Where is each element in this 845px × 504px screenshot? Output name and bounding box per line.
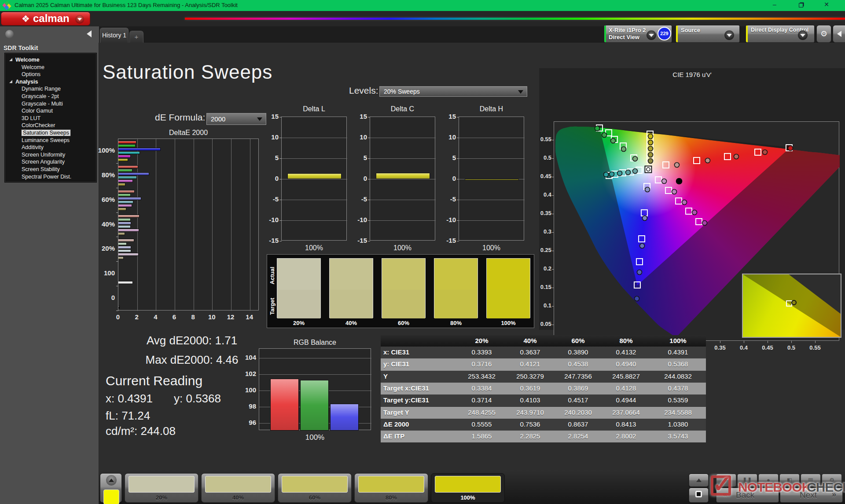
tree-section-analysis[interactable]: Analysis bbox=[15, 79, 38, 85]
y-group-label: 40% bbox=[91, 220, 115, 228]
tree-item-colorchecker[interactable]: ColorChecker bbox=[22, 122, 55, 128]
patch-button-40%[interactable]: 40% bbox=[201, 473, 275, 503]
tree-item-luminance-sweeps[interactable]: Luminance Sweeps bbox=[22, 137, 70, 143]
collapse-sidebar-icon[interactable] bbox=[87, 30, 92, 37]
meter-control[interactable]: X-Rite i1Pro 2 Direct View 229 bbox=[604, 25, 672, 43]
tree-item-spectral-power-dist-[interactable]: Spectral Power Dist. bbox=[22, 174, 71, 180]
levels-value: 20% Sweeps bbox=[384, 88, 420, 95]
display-dropdown-icon[interactable] bbox=[798, 30, 808, 40]
bar-green bbox=[118, 194, 131, 197]
x-tick-label: 0.55 bbox=[807, 344, 823, 351]
tree-expander-icon[interactable] bbox=[9, 58, 12, 61]
bar-magenta bbox=[118, 253, 139, 256]
patch-button-80%[interactable]: 80% bbox=[354, 473, 428, 503]
cie-measure-cyan bbox=[626, 170, 631, 175]
table-cell: 0.5555 bbox=[458, 420, 506, 428]
meter-count-badge[interactable]: 229 bbox=[658, 27, 671, 40]
collapse-panel-button[interactable] bbox=[833, 25, 845, 43]
bar-cyan bbox=[118, 151, 140, 154]
table-row-label: ΔE ITP bbox=[383, 432, 404, 440]
table-row-label: x: CIE31 bbox=[383, 348, 409, 356]
meter-mode: Direct View bbox=[609, 34, 639, 40]
gear-icon: ⚙ bbox=[820, 29, 827, 38]
table-cell: 2.2825 bbox=[506, 432, 554, 440]
levels-dropdown[interactable]: 20% Sweeps bbox=[379, 86, 527, 97]
meter-name: X-Rite i1Pro 2 bbox=[609, 27, 646, 33]
gridline bbox=[282, 138, 347, 138]
bar-magenta bbox=[118, 155, 131, 158]
tree-item-screen-stability[interactable]: Screen Stability bbox=[22, 166, 60, 172]
swatch-target bbox=[382, 290, 425, 318]
table-cell: 0.4517 bbox=[554, 396, 602, 404]
tree-item-additivity[interactable]: Additivity bbox=[22, 144, 44, 150]
tree-item-welcome[interactable]: Welcome bbox=[22, 64, 44, 70]
y-tick-label: 10 bbox=[351, 133, 367, 141]
source-dropdown-icon[interactable] bbox=[724, 30, 734, 40]
table-cell: 247.7356 bbox=[554, 373, 602, 380]
y-tick-label: 102 bbox=[241, 370, 256, 377]
bar-yellow bbox=[118, 256, 124, 259]
tree-section-welcome[interactable]: Welcome bbox=[15, 57, 40, 63]
tree-item-screen-angularity[interactable]: Screen Angularity bbox=[22, 159, 65, 165]
y-tick bbox=[368, 241, 370, 241]
settings-button[interactable]: ⚙ bbox=[816, 25, 831, 43]
transport-up-button[interactable] bbox=[689, 474, 709, 487]
swatch-actual bbox=[277, 259, 320, 290]
tree-item-color-gamut[interactable]: Color Gamut bbox=[22, 108, 53, 114]
cie-inset-zoom bbox=[742, 274, 841, 338]
gridline bbox=[156, 139, 156, 311]
de-formula-dropdown[interactable]: 2000 bbox=[206, 113, 266, 125]
tree-item-grayscale-multi[interactable]: Grayscale - Multi bbox=[22, 101, 63, 107]
tree-item-dynamic-range[interactable]: Dynamic Range bbox=[22, 86, 61, 92]
y-tick-label: 10 bbox=[263, 133, 279, 141]
table-header-cell: 80% bbox=[602, 337, 650, 344]
display-control[interactable]: Direct Display Control bbox=[746, 25, 815, 43]
tree-item-grayscale-2pt[interactable]: Grayscale - 2pt bbox=[22, 93, 59, 99]
table-header-cell: 100% bbox=[650, 337, 706, 344]
y-tick bbox=[457, 117, 459, 117]
cie-measure-green bbox=[633, 157, 638, 161]
patch-button-60%[interactable]: 60% bbox=[278, 473, 352, 503]
chart-plot-area bbox=[259, 348, 371, 430]
calman-menu-button[interactable]: ❖ calman bbox=[1, 12, 90, 26]
tree-item-options[interactable]: Options bbox=[22, 71, 40, 77]
cie-measure-blue bbox=[640, 243, 645, 248]
patch-button-20%[interactable]: 20% bbox=[125, 473, 198, 503]
tree-item-saturation-sweeps[interactable]: Saturation Sweeps bbox=[22, 130, 70, 136]
table-row-label: Target Y bbox=[383, 409, 409, 416]
de-formula-dropdown-arrow-icon bbox=[257, 117, 262, 121]
cie-measure-red bbox=[674, 163, 679, 168]
tree-item-3d-lut[interactable]: 3D LUT bbox=[22, 115, 40, 121]
y-tick-label: 0.25 bbox=[539, 247, 551, 253]
gridline bbox=[137, 139, 138, 311]
source-control[interactable]: Source bbox=[676, 25, 740, 43]
cie-measure-cyan bbox=[633, 168, 638, 173]
chart-title: DeltaE 2000 bbox=[118, 129, 259, 137]
table-cell: 3.5743 bbox=[650, 432, 706, 440]
tree-item-screen-uniformity[interactable]: Screen Uniformity bbox=[22, 152, 65, 158]
patch-button-100%[interactable]: 100% bbox=[431, 473, 505, 503]
tree-expander-icon[interactable] bbox=[9, 80, 12, 83]
tab-history[interactable]: History 1 bbox=[100, 28, 129, 43]
gridline bbox=[231, 139, 231, 311]
table-cell: 0.4132 bbox=[602, 348, 650, 356]
y-tick bbox=[552, 232, 554, 233]
de-formula-label: dE Formula: bbox=[155, 112, 205, 123]
y-tick bbox=[552, 177, 554, 177]
y-tick-label: 5 bbox=[263, 154, 279, 161]
cie-target-blue bbox=[636, 259, 643, 265]
workspace-options-icon[interactable] bbox=[5, 30, 14, 38]
gridline bbox=[459, 138, 525, 138]
close-button[interactable]: ✕ bbox=[818, 1, 835, 10]
stop-button[interactable] bbox=[689, 488, 709, 503]
y-tick bbox=[552, 214, 554, 214]
tab-add-button[interactable]: + bbox=[129, 31, 143, 43]
y-tick bbox=[552, 140, 554, 140]
bar-red bbox=[118, 239, 134, 242]
y-tick-label: 15 bbox=[440, 113, 456, 120]
meter-dropdown-icon[interactable] bbox=[647, 30, 656, 40]
restore-button[interactable] bbox=[792, 1, 810, 10]
minimize-button[interactable]: – bbox=[766, 1, 783, 10]
y-tick-label: 96 bbox=[241, 419, 256, 426]
swatch-20% bbox=[277, 258, 321, 318]
